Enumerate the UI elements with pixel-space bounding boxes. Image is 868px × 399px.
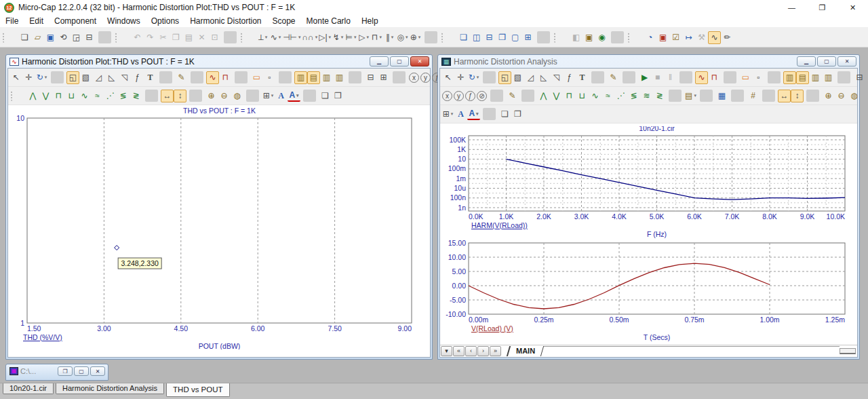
harm-frequency-plot[interactable]: 10n20-1.cir0.0K1.0K2.0K3.0K4.0K5.0K6.0K7…	[443, 126, 855, 239]
tile-horizontal-icon[interactable]: ⊟	[483, 31, 496, 44]
font-icon[interactable]: A	[454, 108, 467, 121]
digital-plot-icon[interactable]: ⊓	[219, 71, 232, 84]
series-label[interactable]: V(RLoad) (V)	[471, 324, 513, 332]
graph-paper-icon[interactable]: ▧	[79, 71, 92, 84]
goto-icon[interactable]: ↦	[682, 31, 695, 44]
run-icon[interactable]: ▶	[638, 71, 651, 84]
select-rect-icon[interactable]: ▭	[250, 71, 263, 84]
scale-xy-icon[interactable]: ◹	[550, 71, 563, 84]
cut-icon[interactable]: ✂	[157, 31, 170, 44]
close-button[interactable]: ✕	[410, 56, 429, 66]
vload-transient-plot[interactable]: 0.00m0.25m0.50m0.75m1.00m1.25m15.0010.00…	[443, 239, 855, 343]
tile-vertical-icon[interactable]: ◫	[470, 31, 483, 44]
sine-source-icon[interactable]: ◎	[396, 31, 409, 44]
paste-icon[interactable]: ▤	[182, 31, 195, 44]
series-label[interactable]: THD (%V/V)	[23, 333, 62, 341]
text-tool-icon[interactable]: T	[576, 71, 589, 84]
delete-icon[interactable]: ✕	[195, 31, 208, 44]
grid-options-icon[interactable]: ⊞	[441, 108, 454, 121]
stop-icon[interactable]: ■	[651, 71, 664, 84]
diode-icon[interactable]: ▷|	[318, 31, 332, 44]
high-icon[interactable]: ∿	[78, 90, 91, 102]
zoom-100-icon[interactable]: ◍	[848, 90, 861, 102]
y-axis-icon[interactable]: y	[420, 73, 431, 83]
minimize-button[interactable]: —	[776, 0, 807, 15]
menu-file[interactable]: File	[0, 15, 24, 28]
scale-x-icon[interactable]: ◿	[92, 71, 105, 84]
select-arrow-icon[interactable]: ↖	[441, 71, 454, 84]
font-icon[interactable]: A	[275, 90, 288, 102]
edit-plot-icon[interactable]: ✏	[721, 31, 734, 44]
numeric-output-icon[interactable]: ▦	[715, 90, 728, 102]
tag-vertical-icon[interactable]: ↕	[791, 90, 804, 102]
bw-icon[interactable]: ≷	[130, 90, 142, 102]
tag-horizontal-icon[interactable]: ↔	[161, 90, 174, 102]
analysis-plot-icon[interactable]: ∿	[708, 31, 721, 44]
dashed-rect-icon[interactable]: ▫	[752, 71, 765, 84]
slope-icon[interactable]: ⋰	[104, 90, 117, 102]
scale-x-icon[interactable]: ◿	[524, 71, 537, 84]
pan-hand-icon[interactable]: ✛	[454, 71, 467, 84]
slope-icon[interactable]: ⋰	[614, 90, 627, 102]
navigate-icon[interactable]: ↻	[35, 71, 48, 84]
transistor-icon[interactable]: ↯	[332, 31, 344, 44]
navigate-icon[interactable]: ↻	[467, 71, 480, 84]
scale-y-icon[interactable]: ◺	[105, 71, 118, 84]
print-preview-icon[interactable]: ◲	[70, 31, 83, 44]
y-axis-icon[interactable]: y	[454, 91, 464, 101]
menu-help[interactable]: Help	[356, 15, 384, 28]
analysis-window-titlebar[interactable]: ▦ Harmonic Distortion Analysis ▁▢✕	[439, 55, 858, 68]
scale-xy-icon[interactable]: ◹	[118, 71, 131, 84]
capacitor-icon[interactable]: ⊣⊢	[282, 31, 301, 44]
maximize-button[interactable]: ▢	[390, 56, 409, 66]
active-window-icon[interactable]: ▣	[656, 31, 669, 44]
peak-icon[interactable]: ⋀	[537, 90, 550, 102]
animate-icon[interactable]: ◔	[644, 31, 656, 44]
scale-region-icon[interactable]: ◱	[498, 71, 511, 84]
maximize-window-icon[interactable]: ▢	[509, 31, 521, 44]
ground-icon[interactable]: ⟂	[256, 31, 269, 44]
print-icon[interactable]: ⊟	[83, 31, 96, 44]
plot-group-4-icon[interactable]: ▥	[333, 71, 346, 84]
save-icon[interactable]: ▣	[44, 31, 57, 44]
menu-monte-carlo[interactable]: Monte Carlo	[301, 15, 356, 28]
component-editor-icon[interactable]: ▣	[583, 31, 595, 44]
gd-icon[interactable]: ≶	[117, 90, 130, 102]
fft-icon[interactable]: ≷	[653, 90, 666, 102]
panel-toggle-icon[interactable]: ◧	[570, 31, 583, 44]
plot-group-3-icon[interactable]: ▥	[320, 71, 333, 84]
menu-edit[interactable]: Edit	[24, 15, 49, 28]
thd-vs-pout-plot[interactable]: THD vs POUT : F = 1K1.503.004.506.007.50…	[9, 107, 427, 349]
split-horizontal-icon[interactable]: ⊟	[853, 71, 866, 84]
x-axis-icon[interactable]: x	[409, 73, 419, 83]
send-back-icon[interactable]: ❐	[332, 90, 344, 102]
tag-horizontal-icon[interactable]: ↔	[778, 90, 791, 102]
scale-fx-icon[interactable]: ƒ	[563, 71, 576, 84]
menu-component[interactable]: Component	[49, 15, 102, 28]
plot-group-1-icon[interactable]: ▥	[783, 71, 796, 84]
inductor-icon[interactable]: ∩∩	[301, 31, 318, 44]
analog-plot-icon[interactable]: ∿	[695, 71, 708, 84]
new-file-icon[interactable]: ❏	[18, 31, 31, 44]
plot-group-2-icon[interactable]: ▤	[796, 71, 809, 84]
low-icon[interactable]: ≈	[601, 90, 614, 102]
clipboard-icon[interactable]: ▤	[684, 90, 697, 102]
valley-label-icon[interactable]: ⊔	[65, 90, 78, 102]
maximize-button[interactable]: ▢	[817, 56, 836, 66]
zoom-out-icon[interactable]: ⊖	[218, 90, 231, 102]
close-button[interactable]: ✕	[837, 56, 856, 66]
split-horizontal-icon[interactable]: ⊟	[364, 71, 377, 84]
high-icon[interactable]: ∿	[589, 90, 601, 102]
envelope-icon[interactable]: ≋	[640, 90, 653, 102]
menu-scope[interactable]: Scope	[267, 15, 301, 28]
series-label[interactable]: HARM(V(RLoad))	[471, 221, 528, 229]
zoom-off-icon[interactable]: ⊘	[477, 91, 487, 101]
plot-group-3-icon[interactable]: ▥	[809, 71, 822, 84]
undo-icon[interactable]: ↶	[131, 31, 144, 44]
maximize-button[interactable]: ▢	[74, 366, 89, 376]
valley-icon[interactable]: ⋁	[39, 90, 52, 102]
scale-region-icon[interactable]: ◱	[66, 71, 79, 84]
gd-icon[interactable]: ≶	[627, 90, 640, 102]
peak-label-icon[interactable]: ⊓	[563, 90, 576, 102]
properties-icon[interactable]: ✎	[175, 71, 188, 84]
